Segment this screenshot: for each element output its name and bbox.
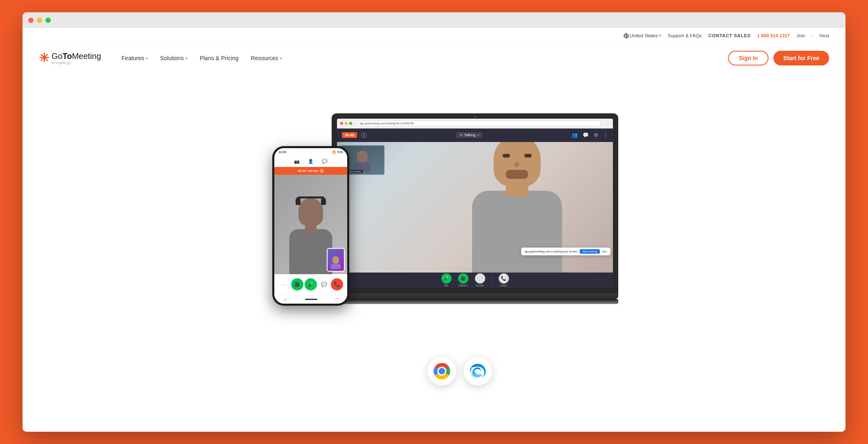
nav-resources[interactable]: Resources ▾ [245, 52, 288, 65]
phone-more-button[interactable]: ··· [278, 279, 290, 290]
nav-solutions[interactable]: Solutions ▾ [154, 52, 193, 65]
video-area: Helena Oliver [337, 142, 613, 273]
laptop-camera-icon [474, 116, 476, 118]
start-free-button[interactable]: Start for Free [773, 51, 829, 65]
logo[interactable]: ✳ GoToMeeting by LogMein [39, 52, 101, 65]
region-chevron: ▾ [659, 34, 661, 38]
phone-pip-thumbnail [327, 248, 345, 272]
phone-battery-icon: 51% [337, 151, 343, 154]
browser-titlebar [23, 12, 845, 28]
edge-logo [463, 357, 492, 385]
phone-video-area [274, 175, 347, 274]
main-content: Feedback app.gotomeeting.com/meeting?id=… [23, 73, 845, 432]
screen-label: Screen [476, 284, 484, 287]
svg-point-8 [439, 368, 445, 374]
nav-main-row: ✳ GoToMeeting by LogMein Features ▾ Solu… [23, 43, 845, 73]
phone-video-button[interactable]: 🎥 [291, 278, 303, 291]
phone-mic-button[interactable]: 🎤 [305, 278, 317, 291]
host-link[interactable]: Host [819, 33, 829, 38]
minimize-button[interactable] [37, 18, 42, 23]
nav-plans-pricing[interactable]: Plans & Pricing [194, 52, 244, 65]
stop-sharing-button[interactable]: Stop sharing [580, 249, 600, 254]
chat-icon[interactable]: 💬 [583, 132, 589, 138]
hide-sharing-button[interactable]: Hide [602, 250, 607, 253]
meeting-timer-badge: 38:48 [342, 132, 357, 138]
mic-label: Mic [444, 284, 448, 287]
solutions-chevron-icon: ▾ [185, 56, 188, 61]
screen-share-button[interactable]: ⬜ [475, 273, 485, 284]
meeting-action-icons: 👥 💬 ⚙ ⋮ [572, 132, 608, 138]
inner-browser-toolbar: app.gotomeeting.com/meeting?id=123456789… [337, 119, 613, 128]
phone-nav-chat-icon[interactable]: 💬 [322, 159, 328, 164]
phone-nav-camera-icon[interactable]: 📷 [294, 159, 300, 164]
camera-button[interactable]: 🎥 [458, 273, 468, 284]
features-chevron-icon: ▾ [146, 56, 148, 61]
phone-body: 12:03 📶 51% 📷 👤 💬 [272, 146, 349, 306]
phone-home-bar[interactable] [305, 299, 317, 300]
screen-share-control[interactable]: ⬜ Screen [475, 273, 485, 287]
talking-chevron-icon: ▾ [477, 133, 479, 137]
region-selector[interactable]: United States ▾ [624, 33, 661, 38]
settings-icon[interactable]: ⚙ [594, 132, 598, 138]
nav-links: Features ▾ Solutions ▾ Plans & Pricing R… [116, 52, 728, 65]
leave-button[interactable]: 📞 [499, 273, 509, 284]
browser-window: United States ▾ Support & FAQs CONTACT S… [23, 12, 845, 432]
nav-actions: Sign In Start for Free [728, 51, 829, 65]
mic-control[interactable]: 🎤 Mic [441, 273, 452, 287]
phone-app-nav: 📷 👤 💬 [274, 156, 347, 167]
meeting-toolbar: 38:48 ℹ 🗨 Talking ▾ 👥 [337, 128, 613, 142]
logo-snowflake-icon: ✳ [39, 52, 49, 64]
resources-chevron-icon: ▾ [280, 56, 282, 61]
navbar: United States ▾ Support & FAQs CONTACT S… [23, 28, 845, 73]
camera-control[interactable]: 🎥 Camera [458, 273, 468, 287]
laptop-screen: app.gotomeeting.com/meeting?id=123456789… [337, 119, 613, 288]
nav-features[interactable]: Features ▾ [116, 52, 154, 65]
inner-close-icon [340, 122, 343, 125]
phone-chat-button[interactable]: 💬 [318, 279, 330, 290]
phone-screen: 12:03 📶 51% 📷 👤 💬 [274, 148, 347, 304]
phone-headphone-icon [296, 196, 326, 205]
hero-scene: app.gotomeeting.com/meeting?id=123456789… [250, 113, 618, 392]
phone-controls-bar: ··· 🎥 🎤 💬 📞 [274, 274, 347, 295]
phone-status-bar: 12:03 📶 51% [274, 148, 347, 156]
edge-icon [468, 362, 487, 381]
nav-top-row: United States ▾ Support & FAQs CONTACT S… [23, 28, 845, 43]
inner-minimize-icon [345, 122, 348, 125]
phone-nav-bar: ◁ □ [274, 295, 347, 304]
phone-end-call-button[interactable]: 📞 [331, 278, 343, 291]
talking-icon: 🗨 [459, 133, 463, 137]
meeting-controls-bar: 🎤 Mic 🎥 Camera ⬜ Screen [337, 273, 613, 288]
inner-maximize-icon [349, 122, 352, 125]
screen-share-notification: app.gotomeeting.com is sharing your scre… [521, 248, 610, 255]
join-link[interactable]: Join [796, 33, 805, 38]
signin-button[interactable]: Sign In [728, 51, 769, 65]
more-options-icon[interactable]: ⋮ [603, 132, 608, 138]
support-faqs-link[interactable]: Support & FAQs [668, 33, 702, 38]
maximize-button[interactable] [45, 18, 51, 23]
meeting-info-icon: ℹ [361, 133, 366, 138]
chrome-icon [432, 362, 451, 381]
phone-meeting-info-icon: ℹ [320, 169, 323, 173]
phone-signal-icon: 📶 [332, 151, 336, 154]
browser-logos-container [427, 357, 492, 385]
laptop-mockup: app.gotomeeting.com/meeting?id=123456789… [332, 113, 618, 302]
leave-control[interactable]: 📞 Leave [499, 273, 509, 287]
logo-text-group: GoToMeeting by LogMein [52, 52, 101, 65]
meeting-talking-badge: 🗨 Talking ▾ [456, 132, 482, 138]
participants-icon[interactable]: 👥 [572, 132, 578, 138]
phone-recents-icon[interactable]: □ [336, 297, 338, 302]
phone-nav-people-icon[interactable]: 👤 [308, 159, 314, 164]
globe-icon [624, 33, 628, 38]
mic-button[interactable]: 🎤 [441, 273, 452, 284]
phone-back-icon[interactable]: ◁ [283, 297, 287, 302]
contact-sales-link[interactable]: CONTACT SALES [708, 33, 750, 38]
phone-number: 1 800 514 1317 [757, 33, 790, 38]
leave-label: Leave [500, 284, 507, 287]
pipe-divider: | [811, 33, 813, 38]
meeting-divider [492, 276, 492, 284]
phone-time: 12:03 [278, 150, 286, 154]
inner-menu-icon: ⋮ [606, 122, 610, 126]
phone-mockup: 12:03 📶 51% 📷 👤 💬 [272, 146, 349, 306]
close-button[interactable] [28, 18, 34, 23]
share-text: app.gotomeeting.com is sharing your scre… [524, 250, 578, 253]
